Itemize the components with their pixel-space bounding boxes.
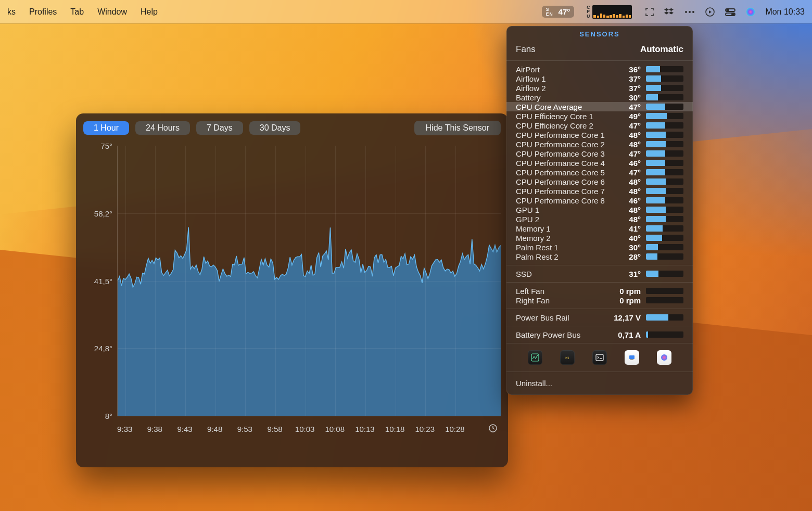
svg-point-1: [689, 11, 691, 13]
footer-icon-activity[interactable]: [528, 350, 542, 365]
sensor-value: 41°: [612, 224, 641, 233]
sensor-value: 49°: [612, 112, 641, 121]
sensor-row-battery-bus[interactable]: Battery Power Bus 0,71 A: [506, 330, 693, 339]
sensor-row[interactable]: CPU Performance Core 148°: [506, 130, 693, 139]
footer-icon-system[interactable]: [625, 350, 639, 365]
range-24-hours[interactable]: 24 Hours: [135, 121, 190, 135]
menu-item-tab[interactable]: Tab: [70, 7, 84, 17]
sensor-row[interactable]: CPU Performance Core 748°: [506, 186, 693, 196]
sensor-value: 48°: [612, 206, 641, 214]
sensor-row[interactable]: CPU Efficiency Core 149°: [506, 111, 693, 121]
sensor-row[interactable]: Memory 240°: [506, 233, 693, 242]
menu-item-profiles[interactable]: Profiles: [29, 7, 57, 17]
sensor-row[interactable]: Memory 141°: [506, 224, 693, 233]
sensor-row[interactable]: CPU Performance Core 547°: [506, 168, 693, 177]
sensors-popover: SENSORS Fans Automatic AirPort36°Airflow…: [506, 26, 693, 395]
sensor-value: 40°: [612, 234, 641, 242]
sensor-bar: [646, 225, 683, 232]
sensor-row[interactable]: AirPort36°: [506, 65, 693, 74]
chart-y-axis: 75°58,2°41,5°24,8°8°: [83, 146, 115, 416]
sensor-row[interactable]: Palm Rest 130°: [506, 242, 693, 252]
footer-icon-stats[interactable]: M1: [560, 350, 575, 365]
sensor-bar: [646, 160, 683, 166]
sensor-row[interactable]: Palm Rest 228°: [506, 252, 693, 261]
menu-item-help[interactable]: Help: [141, 7, 158, 17]
hide-sensor-button[interactable]: Hide This Sensor: [414, 121, 501, 135]
clock-icon: [488, 424, 498, 435]
x-tick: 9:38: [147, 425, 162, 433]
svg-point-0: [685, 11, 687, 13]
sensor-row-ssd[interactable]: SSD 31°: [506, 269, 693, 278]
sensor-bar: [646, 216, 683, 222]
fans-header[interactable]: Fans Automatic: [506, 40, 693, 59]
x-tick: 10:18: [385, 425, 405, 433]
sensor-row-right-fan[interactable]: Right Fan 0 rpm: [506, 296, 693, 305]
range-30-days[interactable]: 30 Days: [249, 121, 301, 135]
footer-icon-terminal[interactable]: [592, 350, 607, 365]
sensor-bar: [646, 297, 683, 303]
sensor-bar: [646, 104, 683, 110]
ellipsis-icon[interactable]: [684, 7, 695, 17]
chart-range-row: 1 Hour24 Hours7 Days30 Days Hide This Se…: [83, 121, 501, 135]
sensor-row[interactable]: GPU 148°: [506, 205, 693, 214]
y-tick: 41,5°: [94, 276, 112, 285]
y-tick: 75°: [100, 142, 112, 150]
range-1-hour[interactable]: 1 Hour: [83, 121, 129, 135]
sensor-row-left-fan[interactable]: Left Fan 0 rpm: [506, 286, 693, 296]
fit-screen-icon[interactable]: [644, 7, 655, 17]
control-center-icon[interactable]: [725, 7, 736, 17]
footer-icon-browser[interactable]: [657, 350, 671, 365]
chart-x-axis: 9:339:389:439:489:539:5810:0310:0810:131…: [117, 420, 501, 437]
sensor-value: 47°: [612, 149, 641, 158]
x-tick: 9:53: [237, 425, 252, 433]
sensor-row[interactable]: Airflow 137°: [506, 74, 693, 83]
siri-icon[interactable]: [745, 7, 756, 17]
sensor-row[interactable]: CPU Efficiency Core 247°: [506, 121, 693, 130]
sensor-bar: [646, 94, 683, 100]
svg-rect-14: [630, 359, 633, 360]
sensor-label: CPU Performance Core 1: [516, 131, 606, 139]
sensor-label: Memory 2: [516, 234, 606, 242]
sensor-row[interactable]: CPU Performance Core 446°: [506, 158, 693, 168]
sensor-bar: [646, 141, 683, 147]
sensor-bar: [646, 75, 683, 82]
sensor-row[interactable]: CPU Core Average47°: [506, 102, 693, 111]
menu-item-window[interactable]: Window: [97, 7, 127, 17]
svg-point-8: [746, 8, 755, 16]
sensor-row[interactable]: GPU 248°: [506, 214, 693, 224]
fans-mode: Automatic: [640, 44, 683, 55]
x-tick: 9:43: [177, 425, 192, 433]
svg-point-15: [661, 354, 667, 361]
sensor-tag: S EN: [546, 7, 553, 16]
sensor-label: AirPort: [516, 65, 606, 74]
sensor-row[interactable]: CPU Performance Core 846°: [506, 196, 693, 205]
sensor-list: AirPort36°Airflow 137°Airflow 237°Batter…: [506, 62, 693, 263]
sensor-row[interactable]: CPU Performance Core 347°: [506, 149, 693, 158]
y-tick: 8°: [105, 412, 112, 420]
sensor-bar: [646, 331, 683, 338]
sensor-label: CPU Performance Core 5: [516, 168, 606, 177]
range-7-days[interactable]: 7 Days: [196, 121, 243, 135]
menubar-sensor-widget[interactable]: S EN 47°: [542, 6, 575, 18]
sensor-row[interactable]: Battery30°: [506, 93, 693, 102]
menubar-clock[interactable]: Mon 10:33: [765, 7, 805, 17]
dropbox-icon[interactable]: [664, 7, 675, 17]
menu-item-ks[interactable]: ks: [7, 7, 16, 17]
sensor-row[interactable]: CPU Performance Core 248°: [506, 139, 693, 149]
sensor-value: 30°: [612, 243, 641, 252]
sensor-row[interactable]: CPU Performance Core 648°: [506, 177, 693, 186]
chart-plot[interactable]: [117, 146, 501, 416]
sensor-value: 48°: [612, 177, 641, 186]
sensor-row-power-bus[interactable]: Power Bus Rail 12,17 V: [506, 313, 693, 322]
svg-text:M1: M1: [565, 356, 569, 360]
menubar-cpu-widget[interactable]: C P U: [583, 4, 635, 20]
svg-rect-13: [629, 355, 635, 359]
sensor-value: 46°: [612, 159, 641, 168]
play-circle-icon[interactable]: [705, 7, 715, 17]
uninstall-button[interactable]: Uninstall...: [506, 374, 693, 395]
sensor-value: 48°: [612, 187, 641, 196]
sensor-label: CPU Performance Core 8: [516, 196, 606, 205]
sensor-value: 30°: [612, 93, 641, 102]
sensor-label: Palm Rest 1: [516, 243, 606, 252]
sensor-row[interactable]: Airflow 237°: [506, 83, 693, 93]
